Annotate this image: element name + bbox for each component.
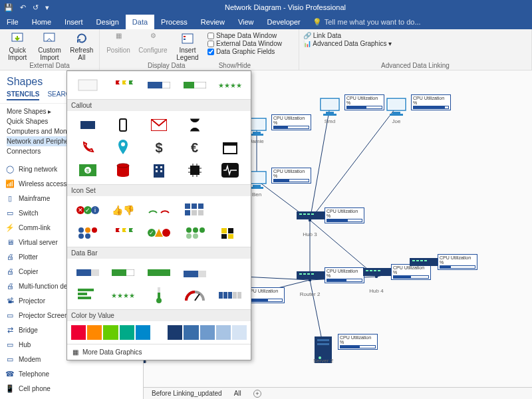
more-data-graphics[interactable]: ▦ More Data Graphics bbox=[67, 344, 251, 360]
shape-label: Mainframe bbox=[19, 195, 50, 202]
shape-phone[interactable]: ☎Telephone bbox=[4, 366, 139, 381]
redo-icon[interactable]: ↺ bbox=[33, 3, 39, 12]
shape-data-window-check[interactable]: Shape Data Window bbox=[207, 32, 282, 39]
dg-bar1[interactable] bbox=[142, 75, 176, 95]
databar-stars[interactable]: ★★★★ bbox=[107, 285, 140, 305]
svg-rect-57 bbox=[388, 100, 404, 109]
mainframe-icon: ▯ bbox=[4, 193, 16, 203]
callout-euro-icon[interactable]: € bbox=[178, 138, 211, 158]
callout-hourglass-icon[interactable] bbox=[178, 115, 211, 135]
tab-process[interactable]: Process bbox=[154, 15, 194, 29]
shape-cell[interactable]: 📱Cell phone bbox=[4, 381, 139, 396]
add-sheet-button[interactable]: + bbox=[253, 390, 261, 398]
position-button[interactable]: ▦ Position bbox=[104, 31, 133, 54]
iconset-xvi[interactable]: ✕✓i bbox=[71, 200, 104, 220]
dg-bar2[interactable] bbox=[178, 75, 211, 95]
iconset-flags[interactable] bbox=[107, 223, 140, 243]
ap-icon: 📶 bbox=[4, 178, 16, 189]
tell-me-search[interactable]: 💡Tell me what you want to do... bbox=[307, 15, 426, 29]
databar-therm[interactable] bbox=[142, 285, 176, 305]
svg-rect-87 bbox=[366, 270, 368, 271]
tab-review[interactable]: Review bbox=[194, 15, 231, 29]
iconset-squares[interactable] bbox=[178, 200, 211, 220]
stencils-tab[interactable]: STENCILS bbox=[7, 90, 39, 100]
iconset-signs[interactable]: ✓ bbox=[142, 223, 176, 243]
sheet-tab[interactable]: Before Linking_updated bbox=[152, 390, 222, 397]
iconset-pies[interactable] bbox=[71, 223, 104, 243]
tab-insert[interactable]: Insert bbox=[58, 15, 90, 29]
quick-import-button[interactable]: Quick Import bbox=[4, 31, 31, 61]
node-joe[interactable]: Joe bbox=[383, 97, 410, 124]
svg-point-147 bbox=[186, 227, 192, 233]
callout-calendar-icon[interactable] bbox=[213, 138, 247, 158]
refresh-icon bbox=[75, 32, 88, 45]
callout-jamie: CPU Utilization % bbox=[271, 114, 311, 130]
insert-legend-button[interactable]: Insert Legend bbox=[173, 31, 202, 61]
svg-rect-155 bbox=[228, 234, 233, 239]
dg-stars[interactable]: ★★★★ bbox=[213, 75, 247, 95]
callout-text[interactable] bbox=[71, 115, 104, 135]
callout-pulse-icon[interactable] bbox=[213, 160, 247, 180]
tab-design[interactable]: Design bbox=[90, 15, 126, 29]
svg-point-146 bbox=[162, 229, 170, 237]
cbv-swatches[interactable] bbox=[67, 321, 251, 344]
dg-none[interactable] bbox=[71, 75, 104, 95]
external-data-window-check[interactable]: External Data Window bbox=[207, 40, 282, 47]
tab-data[interactable]: Data bbox=[126, 15, 154, 29]
node-server2[interactable]: Server 2 bbox=[310, 336, 336, 364]
callout-database-icon[interactable] bbox=[107, 160, 140, 180]
svg-rect-165 bbox=[78, 297, 91, 299]
refresh-all-button[interactable]: Refresh All bbox=[68, 31, 95, 61]
shape-label: Ring network bbox=[19, 166, 57, 173]
dg-flags[interactable] bbox=[107, 75, 140, 95]
callout-building-icon[interactable] bbox=[142, 160, 176, 180]
ribbon-tabs: FileHomeInsertDesignDataProcessReviewVie… bbox=[0, 15, 532, 29]
callout-phone2-icon[interactable] bbox=[71, 138, 104, 158]
dg-section-iconset: Icon Set bbox=[67, 184, 251, 196]
databar-4[interactable] bbox=[178, 263, 211, 283]
advanced-data-graphics-button[interactable]: 📊 Advanced Data Graphics ▾ bbox=[303, 40, 392, 47]
callout-pin-icon[interactable] bbox=[107, 138, 140, 158]
svg-point-151 bbox=[193, 233, 198, 239]
svg-rect-50 bbox=[253, 132, 261, 134]
custom-import-icon bbox=[43, 32, 56, 45]
qat-dropdown-icon[interactable]: ▾ bbox=[45, 3, 49, 12]
svg-rect-95 bbox=[424, 260, 427, 261]
filter-all[interactable]: All bbox=[234, 390, 241, 397]
databar-multi[interactable] bbox=[71, 285, 104, 305]
callout-mail-icon[interactable] bbox=[142, 115, 176, 135]
svg-rect-86 bbox=[363, 268, 392, 276]
databar-1[interactable] bbox=[71, 263, 104, 283]
node-smd[interactable]: Smd bbox=[317, 97, 343, 124]
databar-seg[interactable] bbox=[213, 285, 247, 305]
custom-import-button[interactable]: Custom Import bbox=[36, 31, 63, 61]
node-hub3[interactable]: Hub 3 bbox=[297, 210, 323, 237]
tab-home[interactable]: Home bbox=[25, 15, 58, 29]
node-hub5[interactable] bbox=[410, 257, 436, 278]
callout-chip-icon[interactable] bbox=[178, 160, 211, 180]
iconset-thumbs[interactable]: 👍👎 bbox=[107, 200, 140, 220]
databar-2[interactable] bbox=[107, 263, 140, 283]
callout-phone-icon[interactable] bbox=[107, 115, 140, 135]
databar-3[interactable] bbox=[142, 263, 176, 283]
databar-gauge[interactable] bbox=[178, 285, 211, 305]
show-hide-checks: Shape Data Window External Data Window D… bbox=[207, 31, 282, 55]
tab-file[interactable]: File bbox=[0, 15, 25, 29]
svg-rect-136 bbox=[185, 210, 190, 215]
node-router2[interactable]: Router 2 bbox=[297, 270, 323, 297]
node-hub4[interactable]: Hub 4 bbox=[363, 267, 390, 294]
undo-icon[interactable]: ↶ bbox=[20, 3, 26, 12]
callout-money-icon[interactable]: $ bbox=[71, 160, 104, 180]
tab-developer[interactable]: Developer bbox=[261, 15, 307, 29]
iconset-wifi[interactable] bbox=[142, 200, 176, 220]
callout-dollar-icon[interactable]: $ bbox=[142, 138, 176, 158]
svg-rect-54 bbox=[326, 112, 334, 114]
tab-view[interactable]: View bbox=[231, 15, 261, 29]
save-icon[interactable]: 💾 bbox=[4, 3, 13, 12]
link-data-button[interactable]: 🔗 Link Data bbox=[303, 32, 392, 39]
data-graphic-fields-check[interactable]: Data Graphic Fields bbox=[207, 48, 282, 55]
iconset-dots-g[interactable] bbox=[178, 223, 211, 243]
iconset-dots-k[interactable] bbox=[213, 223, 247, 243]
configure-button[interactable]: ⚙ Configure bbox=[138, 31, 168, 54]
svg-text:i: i bbox=[94, 207, 96, 213]
